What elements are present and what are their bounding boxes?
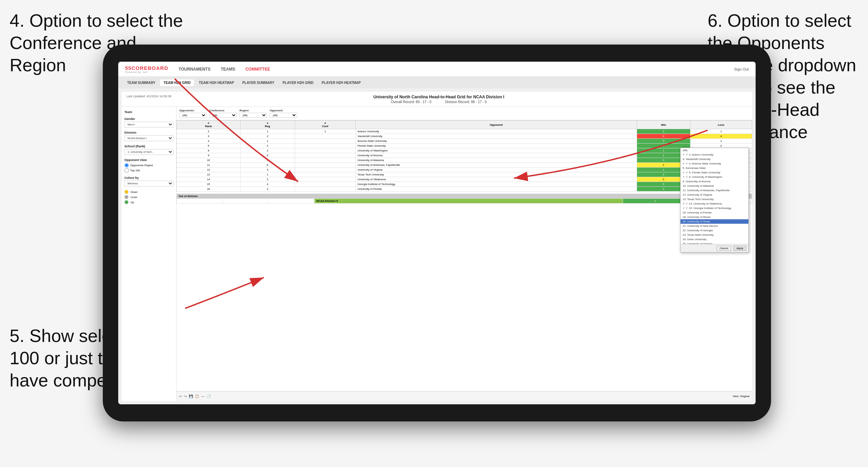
school-label: School (Rank) [124,145,173,148]
subnav-player-h2h-grid[interactable]: PLAYER H2H GRID [279,79,317,86]
dropdown-item[interactable]: ✓ 2. Auburn University [681,152,748,157]
dropdown-item[interactable]: 10. University of Alabama [681,184,748,188]
toolbar-copy[interactable]: 📋 [195,394,199,398]
division-label: Division [124,131,173,134]
table-row: 4 1 Arizona State University 5 1 [177,139,752,144]
dropdown-item[interactable]: ✓ 6. Florida State University [681,170,748,175]
subnav-player-summary[interactable]: PLAYER SUMMARY [239,79,278,86]
cell-name: University of Florida [356,187,637,192]
dropdown-item[interactable]: ✓ 8. University of Washington [681,175,748,179]
dropdown-item[interactable]: 16. University of Florida [681,210,748,215]
opponent-filter-label: Opponent [270,109,297,112]
opponents-filter: Opponents: (All) [179,109,207,118]
division-dropdown[interactable]: NCAA Division I [124,135,173,141]
d2-reg [223,199,269,204]
cell-reg: 5 [240,158,295,163]
tablet-device: 55COREBOARD Powered by .net TOURNAMENTS … [103,45,771,421]
division-record: Division Record: 88 - 17 - 0 [445,100,487,104]
dropdown-item[interactable]: 11. University of Arkansas, Fayetteville [681,188,748,193]
cell-rank: 3 [177,134,241,139]
team-section: Team [124,110,173,114]
dropdown-item[interactable]: 25. University of Oregon [681,242,748,244]
toolbar-redo[interactable]: ↪ [184,394,187,398]
division2-row: NCAA Division II 1 0 [177,199,752,204]
cell-reg: 3 [240,168,295,172]
cell-win: 2 [637,129,690,134]
dropdown-item[interactable]: 5. Kennesaw State [681,166,748,170]
dropdown-item[interactable]: 18. University of Illinois [681,215,748,219]
nav-items: TOURNAMENTS TEAMS COMMITTEE [179,67,734,72]
nav-committee[interactable]: COMMITTEE [245,67,270,72]
region-filter-select[interactable]: (All) [240,113,267,118]
cell-name: University of Arizona [356,153,637,158]
col-win: Win [637,121,690,129]
cell-rank: 9 [177,153,241,158]
overall-record: Overall Record: 89 - 17 - 0 [391,100,431,104]
nav-signout[interactable]: Sign Out [734,67,749,71]
view-label: View: Original [733,395,749,398]
dropdown-item[interactable]: (All) [681,148,748,152]
toolbar-undo[interactable]: ↩ [179,394,182,398]
cell-conf [295,168,356,172]
dropdown-item[interactable]: 12. University of Virginia [681,193,748,197]
cell-rank: 14 [177,177,241,182]
dropdown-apply-button[interactable]: Apply [733,246,746,251]
cell-rank: 16 [177,187,241,192]
opponents-filter-select[interactable]: (All) [179,113,207,118]
dropdown-cancel-button[interactable]: Cancel [717,246,731,251]
dropdown-item[interactable]: 24. Duke University [681,237,748,242]
dashboard-panel: Last Updated: 4/1/2024 16:55:38 Universi… [122,92,752,401]
colour-section: Colour by Win/loss [124,176,173,186]
opponent-filter-select[interactable]: (All) [270,113,297,118]
panel-timestamp: Last Updated: 4/1/2024 16:55:38 [126,95,171,98]
cell-name: Vanderbilt University [356,134,637,139]
nav-tournaments[interactable]: TOURNAMENTS [179,67,210,72]
dropdown-item[interactable]: 3. Vanderbilt University [681,157,748,161]
cell-rank: 8 [177,148,241,153]
dropdown-item[interactable]: 22. University of Georgia [681,228,748,233]
cell-reg: 1 [240,129,295,134]
opponent-view-section: Opponent View Opponents Played Top 100 [124,158,173,173]
gender-dropdown[interactable]: Men's [124,122,173,127]
nav-teams[interactable]: TEAMS [221,67,235,72]
radio-opponents-played[interactable]: Opponents Played [124,163,173,168]
table-row: 16 2 University of Florida 5 1 [177,187,752,192]
subnav-team-h2h-grid[interactable]: TEAM H2H GRID [160,79,194,86]
tablet-screen: 55COREBOARD Powered by .net TOURNAMENTS … [118,62,756,404]
nav-logo: 55COREBOARD Powered by .net [125,65,168,73]
radio-top100[interactable]: Top 100 [124,168,173,173]
subnav-team-h2h-heatmap[interactable]: TEAM H2H HEATMAP [195,79,237,86]
legend-level-label: Level [131,196,137,199]
cell-rank: 6 [177,144,241,148]
cell-name: University of Alabama [356,158,637,163]
table-area: #Rank #Reg #Conf Opponent Win Loss [176,120,752,391]
colour-label: Colour by [124,176,173,180]
legend: Down Level Up [124,190,173,204]
dropdown-item[interactable]: 9. University of Arizona [681,179,748,184]
colour-dropdown[interactable]: Win/loss [124,181,173,186]
toolbar-save[interactable]: 💾 [189,394,193,398]
dropdown-item[interactable]: 21. University of New Mexico [681,224,748,228]
cell-rank: 2 [177,129,241,134]
dropdown-item[interactable]: 20. University of Texas [681,219,748,224]
dropdown-item[interactable]: ✓ 4. Arizona State University [681,161,748,166]
school-dropdown[interactable]: 1. University of Nort... [124,149,173,155]
cell-conf [295,177,356,182]
legend-up-circle [124,200,129,204]
conference-filter-select[interactable]: (All) [209,113,237,118]
cell-conf [295,153,356,158]
cell-reg: 1 [240,139,295,144]
dropdown-item[interactable]: ✓ 14. University of Oklahoma [681,201,748,206]
left-sidebar: Team Gender Men's Division NCAA Division… [122,107,176,401]
dropdown-item[interactable]: 23. Texas A&M University [681,233,748,237]
toolbar-dash[interactable]: — [201,394,205,398]
dropdown-item[interactable]: 13. Texas Tech University [681,197,748,201]
cell-conf [295,172,356,177]
right-panel: Opponents: (All) Conference (All) [176,107,752,401]
toolbar-clock[interactable]: 🕐 [207,394,211,398]
opponent-dropdown-overlay[interactable]: (All)✓ 2. Auburn University3. Vanderbilt… [680,148,749,253]
subnav-team-summary[interactable]: TEAM SUMMARY [124,79,159,86]
dropdown-item[interactable]: ✓ 15. Georgia Institute of Technology [681,206,748,210]
cell-conf: 1 [295,129,356,134]
subnav-player-h2h-heatmap[interactable]: PLAYER H2H HEATMAP [318,79,364,86]
